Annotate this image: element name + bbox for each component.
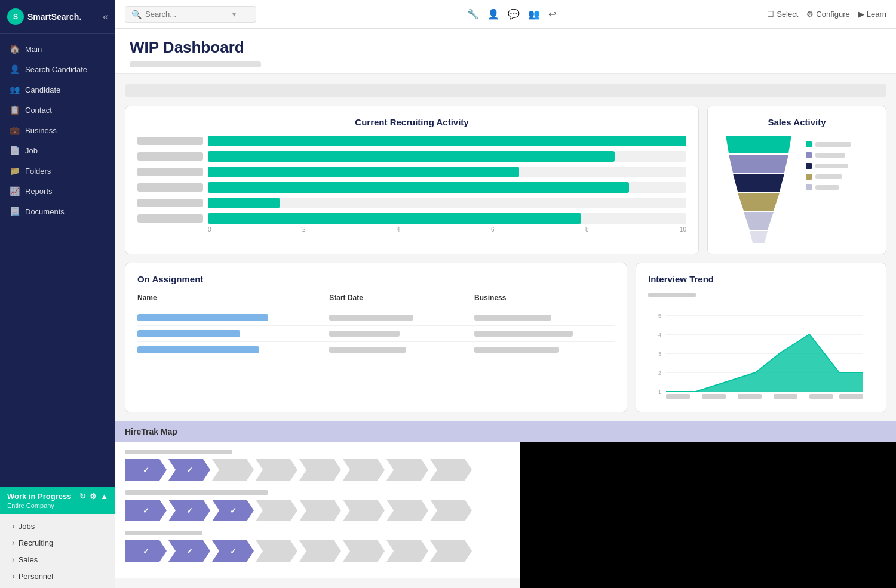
wip-sub-personnel[interactable]: Personnel xyxy=(0,568,115,584)
table-row[interactable] xyxy=(137,342,615,358)
wip-sub-sales[interactable]: Sales xyxy=(0,551,115,568)
bar-row xyxy=(137,136,686,146)
sidebar-item-folders[interactable]: 📁 Folders xyxy=(0,161,115,181)
sidebar-item-documents[interactable]: 📃 Documents xyxy=(0,201,115,221)
svg-marker-5 xyxy=(750,231,768,243)
legend-item-1 xyxy=(806,141,851,147)
svg-rect-22 xyxy=(839,394,863,399)
topbar-users-icon[interactable]: 👥 xyxy=(528,8,540,20)
search-input[interactable] xyxy=(145,10,229,19)
sidebar-item-reports[interactable]: 📈 Reports xyxy=(0,181,115,201)
step3-3-active[interactable]: ✓ xyxy=(212,540,254,562)
step2-6[interactable] xyxy=(343,500,385,521)
step-2-active[interactable]: ✓ xyxy=(168,459,210,481)
legend-dot-1 xyxy=(806,141,812,147)
logo-icon: S xyxy=(7,8,24,25)
configure-icon: ⚙ xyxy=(806,10,814,19)
svg-text:5: 5 xyxy=(658,313,661,319)
step3-8[interactable] xyxy=(430,540,472,562)
step2-5[interactable] xyxy=(299,500,341,521)
funnel-chart xyxy=(720,136,797,243)
learn-button[interactable]: ▶ Learn xyxy=(858,10,886,19)
step-7[interactable] xyxy=(386,459,428,481)
learn-icon: ▶ xyxy=(858,10,864,19)
step3-4[interactable] xyxy=(256,540,297,562)
legend-item-4 xyxy=(806,174,851,180)
sidebar-item-business[interactable]: 💼 Business xyxy=(0,120,115,140)
table-row[interactable] xyxy=(137,310,615,326)
step3-5[interactable] xyxy=(299,540,341,562)
sidebar-collapse-button[interactable]: « xyxy=(103,11,108,22)
svg-text:1: 1 xyxy=(658,389,661,395)
sidebar-logo[interactable]: S SmartSearch. xyxy=(7,8,81,25)
bar-label-4 xyxy=(137,199,203,207)
wip-expand-icon[interactable]: ▲ xyxy=(100,492,108,501)
folders-icon: 📁 xyxy=(10,166,19,176)
bar-track-3 xyxy=(208,182,686,193)
search-dropdown-icon[interactable]: ▾ xyxy=(232,10,236,19)
documents-icon: 📃 xyxy=(10,207,19,216)
select-button[interactable]: ☐ Select xyxy=(767,10,798,19)
sidebar-item-contact[interactable]: 📋 Contact xyxy=(0,100,115,120)
sidebar-item-main[interactable]: 🏠 Main xyxy=(0,39,115,59)
sidebar-item-job[interactable]: 📄 Job xyxy=(0,140,115,161)
configure-button[interactable]: ⚙ Configure xyxy=(806,10,849,19)
topbar-wrench-icon[interactable]: 🔧 xyxy=(467,8,479,20)
wip-sub-jobs[interactable]: Jobs xyxy=(0,518,115,534)
sidebar-item-candidate[interactable]: 👥 Candidate xyxy=(0,79,115,100)
wip-sub-label-recruiting: Recruiting xyxy=(19,538,54,547)
step3-2-active[interactable]: ✓ xyxy=(168,540,210,562)
svg-marker-16 xyxy=(666,334,863,392)
trend-chart-area: 5 4 3 2 1 xyxy=(648,303,874,401)
topbar-user-icon[interactable]: 👤 xyxy=(487,8,499,20)
black-overlay xyxy=(520,442,896,588)
bar-row xyxy=(137,198,686,208)
step2-8[interactable] xyxy=(430,500,472,521)
step-1-active[interactable]: ✓ xyxy=(125,459,167,481)
step2-3-active[interactable]: ✓ xyxy=(212,500,254,521)
step-5[interactable] xyxy=(299,459,341,481)
step3-1-active[interactable]: ✓ xyxy=(125,540,167,562)
reports-icon: 📈 xyxy=(10,186,19,196)
step3-6[interactable] xyxy=(343,540,385,562)
table-row[interactable] xyxy=(137,326,615,342)
legend-bar-3 xyxy=(815,164,848,168)
step-8[interactable] xyxy=(430,459,472,481)
wip-sub-recruiting[interactable]: Recruiting xyxy=(0,534,115,551)
filter-bar[interactable] xyxy=(125,84,886,97)
select-icon: ☐ xyxy=(767,10,774,19)
step2-7[interactable] xyxy=(386,500,428,521)
bar-track-1 xyxy=(208,151,686,162)
step-4[interactable] xyxy=(256,459,297,481)
step2-4[interactable] xyxy=(256,500,297,521)
sidebar-label-search-candidate: Search Candidate xyxy=(25,65,87,74)
wip-refresh-icon[interactable]: ↻ xyxy=(79,492,86,501)
bar-fill-4 xyxy=(208,198,280,208)
step-3[interactable] xyxy=(212,459,254,481)
step2-1-active[interactable]: ✓ xyxy=(125,500,167,521)
step-6[interactable] xyxy=(343,459,385,481)
on-assignment-card: On Assignment Name Start Date Business xyxy=(125,263,627,412)
svg-rect-17 xyxy=(666,394,690,399)
search-icon: 🔍 xyxy=(131,10,142,19)
legend-item-3 xyxy=(806,163,851,169)
svg-marker-3 xyxy=(738,193,780,211)
sidebar-item-search-candidate[interactable]: 👤 Search Candidate xyxy=(0,59,115,79)
legend-bar-4 xyxy=(815,174,842,179)
col-header-name: Name xyxy=(137,294,324,302)
wip-settings-icon[interactable]: ⚙ xyxy=(90,492,97,501)
topbar-search[interactable]: 🔍 ▾ xyxy=(125,6,256,23)
legend-dot-2 xyxy=(806,152,812,158)
bar-label-2 xyxy=(137,168,203,176)
business-icon: 💼 xyxy=(10,125,19,135)
topbar-exit-icon[interactable]: ↩ xyxy=(548,8,556,20)
step3-7[interactable] xyxy=(386,540,428,562)
bar-track-0 xyxy=(208,136,686,146)
topbar-chat-icon[interactable]: 💬 xyxy=(508,8,520,20)
bar-label-1 xyxy=(137,152,203,161)
svg-rect-21 xyxy=(809,394,833,399)
col-header-biz: Business xyxy=(474,294,615,302)
step2-2-active[interactable]: ✓ xyxy=(168,500,210,521)
track-label-1 xyxy=(125,450,232,454)
track-label-2 xyxy=(125,490,268,495)
